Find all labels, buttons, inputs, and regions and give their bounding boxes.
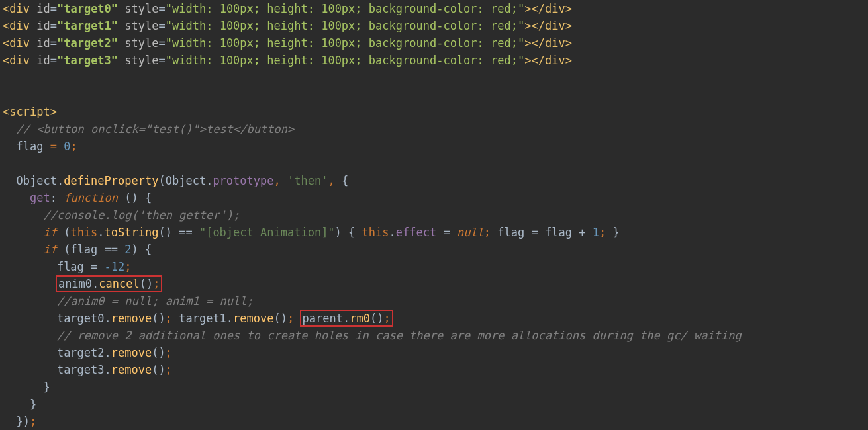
highlight-parent-rm0: parent.rm0(); bbox=[300, 310, 393, 327]
highlight-anim0-cancel: anim0.cancel(); bbox=[56, 275, 163, 292]
code-block: <div id="target0" style="width: 100px; h… bbox=[0, 0, 868, 430]
